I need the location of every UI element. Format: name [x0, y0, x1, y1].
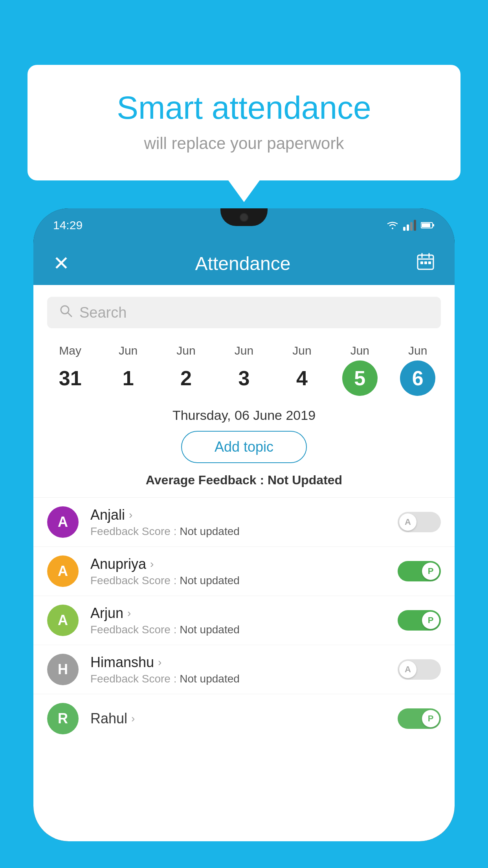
- student-feedback-himanshu: Feedback Score : Not updated: [90, 673, 386, 685]
- avg-feedback: Average Feedback : Not Updated: [33, 473, 455, 487]
- calendar-button[interactable]: [416, 252, 435, 275]
- avatar-rahul: R: [47, 703, 79, 734]
- date-col-jun3[interactable]: Jun 3: [226, 344, 262, 396]
- search-icon: [59, 304, 73, 321]
- student-item-anupriya[interactable]: A Anupriya › Feedback Score : Not update…: [33, 546, 455, 596]
- student-info-anupriya: Anupriya › Feedback Score : Not updated: [90, 556, 386, 587]
- student-feedback-anupriya: Feedback Score : Not updated: [90, 574, 386, 587]
- speech-bubble-container: Smart attendance will replace your paper…: [28, 65, 460, 180]
- date-col-jun4[interactable]: Jun 4: [284, 344, 319, 396]
- student-name-rahul: Rahul ›: [90, 710, 386, 727]
- date-col-may31[interactable]: May 31: [53, 344, 88, 396]
- student-item-rahul[interactable]: R Rahul › P: [33, 694, 455, 743]
- bubble-subtitle: will replace your paperwork: [59, 134, 429, 153]
- app-header: ✕ Attendance: [33, 242, 455, 285]
- svg-rect-2: [422, 223, 430, 227]
- chevron-icon: ›: [129, 509, 132, 521]
- speech-bubble: Smart attendance will replace your paper…: [28, 65, 460, 180]
- date-col-jun5[interactable]: Jun 5: [342, 344, 378, 396]
- student-name-arjun: Arjun ›: [90, 605, 386, 622]
- student-item-anjali[interactable]: A Anjali › Feedback Score : Not updated …: [33, 497, 455, 546]
- chevron-icon: ›: [131, 712, 135, 725]
- chevron-icon: ›: [150, 558, 154, 570]
- bubble-title: Smart attendance: [59, 88, 429, 127]
- student-item-himanshu[interactable]: H Himanshu › Feedback Score : Not update…: [33, 645, 455, 694]
- notch: [220, 208, 268, 226]
- date-col-jun2[interactable]: Jun 2: [169, 344, 204, 396]
- avg-feedback-value: Not Updated: [268, 473, 342, 487]
- chevron-icon: ›: [127, 607, 131, 620]
- attendance-toggle-anjali[interactable]: A: [398, 512, 441, 532]
- toggle-circle: P: [422, 710, 439, 727]
- signal-icon: [403, 220, 416, 231]
- battery-icon: [421, 221, 435, 229]
- toggle-circle: A: [399, 513, 416, 531]
- svg-rect-7: [420, 261, 423, 264]
- date-col-jun1[interactable]: Jun 1: [110, 344, 146, 396]
- svg-rect-9: [428, 261, 431, 264]
- avatar-anjali: A: [47, 506, 79, 538]
- attendance-toggle-rahul[interactable]: P: [398, 708, 441, 729]
- student-info-anjali: Anjali › Feedback Score : Not updated: [90, 507, 386, 538]
- student-name-anupriya: Anupriya ›: [90, 556, 386, 572]
- attendance-toggle-anupriya[interactable]: P: [398, 561, 441, 581]
- svg-rect-1: [433, 224, 434, 226]
- camera-dot: [240, 213, 248, 222]
- svg-line-11: [68, 313, 72, 316]
- student-info-arjun: Arjun › Feedback Score : Not updated: [90, 605, 386, 636]
- avatar-himanshu: H: [47, 654, 79, 685]
- header-title: Attendance: [195, 253, 291, 274]
- avatar-arjun: A: [47, 605, 79, 636]
- student-feedback-anjali: Feedback Score : Not updated: [90, 525, 386, 538]
- student-name-himanshu: Himanshu ›: [90, 654, 386, 671]
- student-info-himanshu: Himanshu › Feedback Score : Not updated: [90, 654, 386, 685]
- toggle-circle: P: [422, 563, 439, 580]
- avg-feedback-label: Average Feedback :: [146, 473, 264, 487]
- toggle-circle: A: [399, 661, 416, 678]
- phone-container: 14:29: [33, 208, 455, 868]
- close-button[interactable]: ✕: [53, 252, 70, 275]
- selected-date-info: Thursday, 06 June 2019: [33, 408, 455, 423]
- student-info-rahul: Rahul ›: [90, 710, 386, 727]
- chevron-icon: ›: [158, 656, 161, 669]
- add-topic-button[interactable]: Add topic: [181, 431, 307, 463]
- app-content: Search May 31 Jun 1 Jun 2 Jun 3: [33, 285, 455, 841]
- date-col-jun6[interactable]: Jun 6: [400, 344, 435, 396]
- phone-frame: 14:29: [33, 208, 455, 841]
- student-feedback-arjun: Feedback Score : Not updated: [90, 623, 386, 636]
- status-icons: [387, 220, 435, 231]
- status-bar: 14:29: [33, 208, 455, 242]
- attendance-toggle-arjun[interactable]: P: [398, 610, 441, 631]
- svg-rect-8: [424, 261, 427, 264]
- student-list: A Anjali › Feedback Score : Not updated …: [33, 497, 455, 743]
- toggle-circle: P: [422, 612, 439, 629]
- search-bar[interactable]: Search: [47, 297, 441, 328]
- search-input[interactable]: Search: [79, 304, 127, 321]
- wifi-icon: [387, 221, 398, 230]
- status-time: 14:29: [53, 219, 83, 232]
- attendance-toggle-himanshu[interactable]: A: [398, 659, 441, 680]
- date-strip: May 31 Jun 1 Jun 2 Jun 3 Jun 4: [33, 336, 455, 396]
- student-item-arjun[interactable]: A Arjun › Feedback Score : Not updated P: [33, 596, 455, 645]
- student-name-anjali: Anjali ›: [90, 507, 386, 523]
- avatar-anupriya: A: [47, 555, 79, 587]
